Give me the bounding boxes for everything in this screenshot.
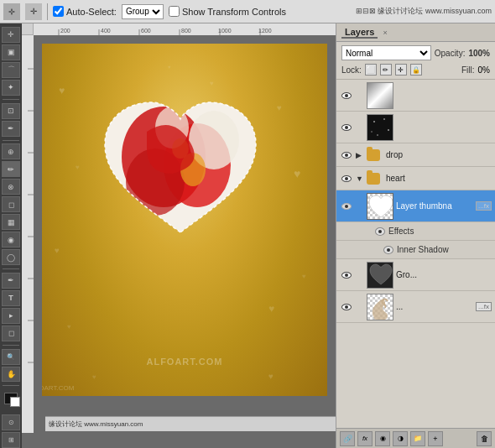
fg-color-btn[interactable]: [4, 393, 18, 404]
svg-text:♥: ♥: [268, 303, 274, 315]
layer-fx-btn[interactable]: fx: [357, 431, 373, 446]
layer-eye-hands[interactable]: [340, 300, 353, 314]
pen-tool-btn[interactable]: ✒: [2, 273, 20, 289]
layers-tab-close[interactable]: ×: [383, 29, 387, 37]
layers-tab-bar: Layers ×: [336, 23, 495, 42]
layer-eye-heart-group[interactable]: [340, 172, 353, 185]
hand-tool-btn[interactable]: ✋: [2, 367, 20, 383]
healing-tool-btn[interactable]: ⊕: [2, 143, 20, 159]
group-heart-folder-icon: [367, 173, 380, 185]
svg-text:♥: ♥: [92, 373, 96, 381]
layer-group-drop[interactable]: ▶ drop: [336, 143, 495, 167]
canvas-content: ♥ ♥ ♥ ♥ ♥ ♥ ♥ ♥ ♥ ♥ ♥ ♥: [34, 35, 336, 431]
marquee-tool-btn[interactable]: ▣: [2, 44, 20, 60]
auto-select-dropdown[interactable]: Group: [122, 4, 164, 19]
layers-panel: Layers × Normal Opacity: 100% Lock: ⬜ ✏ …: [336, 23, 495, 448]
watermark: ALFOART.COM: [146, 357, 222, 367]
eraser-tool-btn[interactable]: ◻: [2, 196, 20, 212]
svg-text:1000: 1000: [218, 28, 232, 34]
toolbar-right-icons: ⊞⊟⊠ 缘设计讨论坛 www.missyuan.com: [356, 6, 492, 17]
move-tool-active[interactable]: ✛: [25, 3, 42, 20]
layers-tab[interactable]: Layers: [341, 27, 378, 39]
effects-header-text: Effects: [388, 227, 414, 236]
fill-value: 0%: [478, 65, 490, 75]
layer-adjustment-btn[interactable]: ◑: [393, 431, 408, 446]
effects-eye[interactable]: [375, 227, 385, 236]
layer-item-heart-white[interactable]: Layer thumbna ...fx: [336, 190, 495, 222]
toolbar-extra-text: ⊞⊟⊠ 缘设计讨论坛 www.missyuan.com: [356, 6, 492, 17]
svg-text:200: 200: [60, 28, 70, 34]
path-select-tool-btn[interactable]: ▸: [2, 308, 20, 324]
opacity-label: Opacity:: [435, 49, 466, 58]
svg-point-46: [371, 131, 373, 133]
ruler-vertical: [22, 35, 34, 433]
group-heart-arrow[interactable]: ▼: [356, 175, 364, 183]
crop-tool-btn[interactable]: ⊡: [2, 103, 20, 119]
svg-text:1200: 1200: [258, 28, 272, 34]
lock-transparent-btn[interactable]: ⬜: [365, 64, 377, 76]
fill-label: Fill:: [461, 65, 475, 75]
svg-text:♥: ♥: [302, 273, 306, 280]
brush-tool-btn[interactable]: ✏: [2, 161, 20, 177]
layer-mask-btn[interactable]: ◉: [375, 431, 390, 446]
svg-rect-41: [367, 115, 393, 141]
layer-eye-heart-black[interactable]: [340, 268, 353, 282]
shape-tool-btn[interactable]: ◻: [2, 326, 20, 341]
auto-select-checkbox[interactable]: [53, 6, 64, 17]
quick-mask-btn[interactable]: ⊙: [2, 414, 20, 430]
layer-eye-drop[interactable]: [340, 148, 353, 162]
layer-eye-stars[interactable]: [340, 121, 353, 134]
type-tool-btn[interactable]: T: [2, 290, 20, 306]
layer-delete-btn[interactable]: 🗑: [477, 431, 492, 446]
canvas-status-bar: 缘设计论坛 www.missyuan.com: [45, 416, 336, 431]
gradient-tool-btn[interactable]: ▦: [2, 214, 20, 230]
layer-item-stars[interactable]: [336, 112, 495, 143]
layer-item-gradient[interactable]: [336, 80, 495, 112]
svg-text:♥: ♥: [268, 372, 274, 381]
svg-text:600: 600: [141, 28, 151, 34]
blur-tool-btn[interactable]: ◉: [2, 232, 20, 247]
svg-text:♥: ♥: [277, 103, 282, 112]
effects-header-row: Effects: [336, 222, 495, 241]
magic-wand-tool-btn[interactable]: ✦: [2, 80, 20, 96]
layer-link-btn[interactable]: 🔗: [340, 431, 355, 446]
ruler-corner: [22, 23, 34, 35]
lock-position-btn[interactable]: ✛: [395, 64, 407, 76]
group-heart-name: heart: [386, 174, 492, 183]
ruler-horizontal: 200 400 600 800 1000 1200: [34, 23, 336, 35]
layer-group-btn[interactable]: 📁: [410, 431, 425, 446]
zoom-tool-btn[interactable]: 🔍: [2, 349, 20, 365]
show-transform-checkbox[interactable]: [169, 6, 180, 17]
group-drop-arrow[interactable]: ▶: [356, 151, 364, 159]
tools-panel: ✛ ▣ ⌒ ✦ ⊡ ✒ ⊕ ✏ ⊗ ◻ ▦ ◉ ◯ ✒ T ▸ ◻ 🔍 ✋ ⊙ …: [0, 23, 22, 448]
layer-group-heart[interactable]: ▼ heart: [336, 167, 495, 190]
layer-eye-heart-white[interactable]: [340, 200, 353, 213]
layer-new-btn[interactable]: +: [428, 431, 443, 446]
layer-thumb-heart-white: [367, 193, 393, 220]
lock-paint-btn[interactable]: ✏: [380, 64, 392, 76]
clone-stamp-tool-btn[interactable]: ⊗: [2, 179, 20, 195]
svg-point-42: [373, 121, 375, 122]
heart-image: [96, 90, 264, 249]
show-transform-label: Show Transform Controls: [169, 6, 286, 17]
svg-text:400: 400: [101, 28, 111, 34]
blend-mode-select[interactable]: Normal: [341, 45, 431, 60]
dodge-tool-btn[interactable]: ◯: [2, 249, 20, 265]
lasso-tool-btn[interactable]: ⌒: [2, 62, 20, 78]
layer-thumb-heart-black: [367, 262, 393, 289]
svg-text:800: 800: [181, 28, 191, 34]
layer-fx-hands: ...fx: [476, 302, 492, 311]
svg-text:♥: ♥: [294, 167, 300, 180]
layer-item-hands[interactable]: ... ...fx: [336, 291, 495, 323]
top-toolbar: ⊹ ✛ Auto-Select: Group Show Transform Co…: [0, 0, 495, 23]
lock-all-btn[interactable]: 🔒: [410, 64, 422, 76]
layer-item-heart-black[interactable]: Gro...: [336, 259, 495, 291]
inner-shadow-eye[interactable]: [383, 246, 393, 254]
move-tool-btn[interactable]: ✛: [2, 27, 20, 43]
layer-eye-gradient[interactable]: [340, 89, 353, 102]
eyedropper-tool-btn[interactable]: ✒: [2, 121, 20, 137]
group-drop-folder-icon: [367, 149, 380, 161]
svg-point-44: [388, 129, 389, 131]
screen-mode-btn[interactable]: ⊞: [2, 432, 20, 448]
effect-inner-shadow-row: Inner Shadow: [336, 241, 495, 259]
